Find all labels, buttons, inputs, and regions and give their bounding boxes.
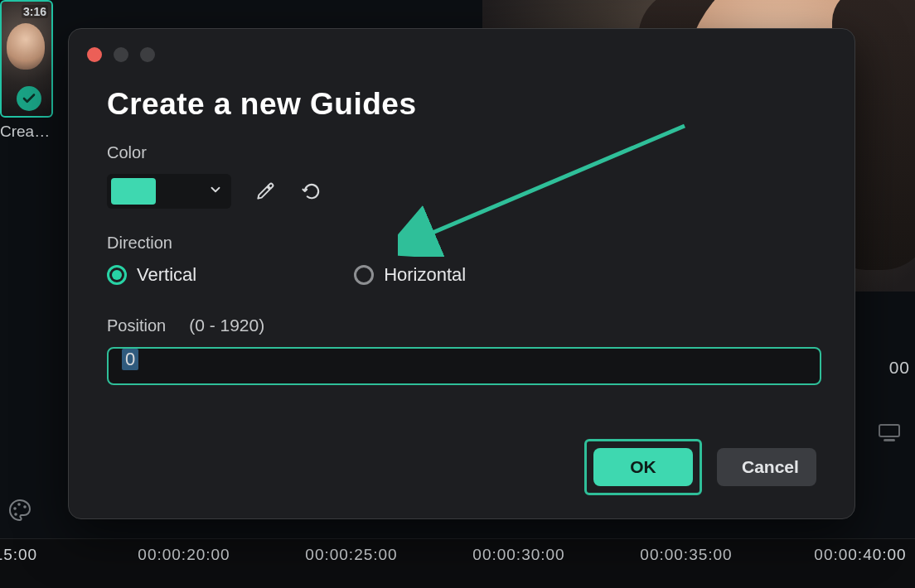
- color-swatch: [111, 178, 156, 205]
- svg-rect-1: [884, 439, 895, 441]
- thumbnail-duration: 3:16: [22, 5, 48, 18]
- timeline-tick-label: 0:15:00: [0, 546, 37, 564]
- create-guides-dialog: Create a new Guides Color Direction Vert…: [68, 28, 855, 519]
- svg-point-3: [17, 503, 21, 506]
- position-input-value: 0: [122, 349, 138, 370]
- layout-icon[interactable]: [879, 424, 900, 442]
- reset-color-button[interactable]: [299, 179, 324, 204]
- direction-vertical-option[interactable]: Vertical: [107, 264, 196, 286]
- zoom-window-button[interactable]: [140, 47, 155, 62]
- svg-point-2: [13, 507, 17, 510]
- radio-unchecked-icon: [354, 265, 374, 285]
- minimize-window-button[interactable]: [114, 47, 128, 62]
- chevron-down-icon: [208, 182, 223, 200]
- ok-button[interactable]: OK: [593, 448, 693, 486]
- cancel-button[interactable]: Cancel: [717, 448, 816, 486]
- close-window-button[interactable]: [87, 47, 102, 62]
- timeline-tick-label: 00:00:20:00: [138, 546, 230, 564]
- thumbnail-portrait: [7, 23, 45, 70]
- dialog-title: Create a new Guides: [107, 87, 816, 122]
- eyedropper-button[interactable]: [253, 179, 278, 204]
- direction-horizontal-label: Horizontal: [384, 264, 466, 286]
- check-icon: [22, 91, 36, 106]
- thumbnail-check-badge: [17, 86, 41, 111]
- clip-thumbnail[interactable]: 3:16: [0, 0, 53, 118]
- timeline-ruler[interactable]: 0:15:0000:00:20:0000:00:25:0000:00:30:00…: [0, 538, 915, 588]
- window-traffic-lights: [87, 47, 155, 62]
- svg-point-4: [23, 505, 27, 508]
- reset-icon: [300, 180, 323, 203]
- palette-icon[interactable]: [7, 497, 33, 523]
- timeline-tick-label: 00:00:25:00: [305, 546, 397, 564]
- position-section-label: Position: [107, 316, 166, 335]
- timeline-tick-label: 00:00:35:00: [640, 546, 732, 564]
- radio-checked-icon: [107, 265, 127, 285]
- thumbnail-label: Crea…: [0, 123, 50, 141]
- direction-horizontal-option[interactable]: Horizontal: [354, 264, 466, 286]
- ok-button-highlight: OK: [584, 439, 702, 495]
- position-input[interactable]: 0: [107, 347, 821, 385]
- color-section-label: Color: [107, 143, 816, 162]
- timeline-tick-label: 00:00:30:00: [472, 546, 564, 564]
- svg-point-5: [14, 513, 17, 516]
- position-range-hint: (0 - 1920): [189, 316, 264, 335]
- direction-section-label: Direction: [107, 234, 816, 253]
- preview-time-partial: 00: [889, 358, 910, 378]
- timeline-tick-label: 00:00:40:00: [814, 546, 906, 564]
- color-swatch-dropdown[interactable]: [107, 174, 231, 209]
- eyedropper-icon: [254, 181, 276, 202]
- svg-rect-0: [879, 425, 899, 436]
- direction-vertical-label: Vertical: [137, 264, 196, 286]
